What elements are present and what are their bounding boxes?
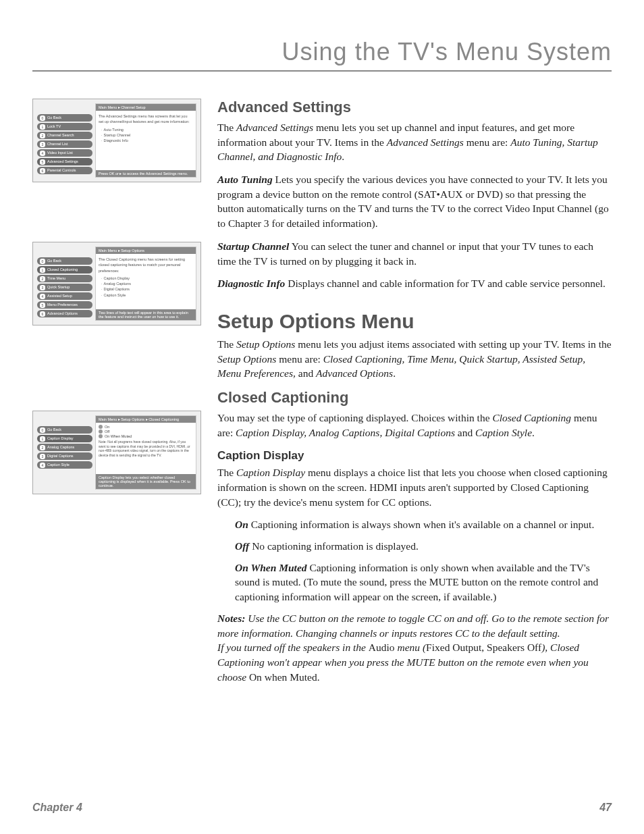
page-title: Using the TV's Menu System [32, 38, 612, 72]
heading-setup-options: Setup Options Menu [217, 310, 612, 333]
footer-page: 47 [599, 802, 612, 814]
screenshot-setup-options: 0Go Back 1Closed Captioning 2Time Menu 3… [32, 242, 201, 325]
para-caption-display-intro: The Caption Display menu displays a choi… [217, 465, 612, 509]
notes-block: Notes: Use the CC button on the remote t… [217, 611, 612, 684]
para-setup-intro: The Setup Options menu lets you adjust i… [217, 337, 612, 381]
para-advanced-intro: The Advanced Settings menu lets you set … [217, 120, 612, 164]
screenshot-caption-display: 0Go Back 1Caption Display 2Analog Captio… [32, 411, 201, 494]
para-startup-channel: Startup Channel You can select the tuner… [217, 239, 612, 268]
para-diagnostic-info: Diagnostic Info Displays channel and cab… [217, 276, 612, 291]
def-off: Off No captioning information is display… [235, 539, 612, 554]
footer-chapter: Chapter 4 [32, 802, 82, 814]
screenshot-advanced-settings: 0Go Back 1Lock TV 2Channel Search 3Chann… [32, 99, 201, 182]
def-on: On Captioning information is always show… [235, 517, 612, 532]
para-auto-tuning: Auto Tuning Lets you specify the various… [217, 172, 612, 231]
heading-advanced-settings: Advanced Settings [217, 99, 612, 116]
def-on-when-muted: On When Muted Captioning information is … [235, 561, 612, 604]
para-cc-intro: You may set the type of captioning displ… [217, 411, 612, 440]
heading-closed-captioning: Closed Captioning [217, 389, 612, 407]
heading-caption-display: Caption Display [217, 449, 612, 463]
